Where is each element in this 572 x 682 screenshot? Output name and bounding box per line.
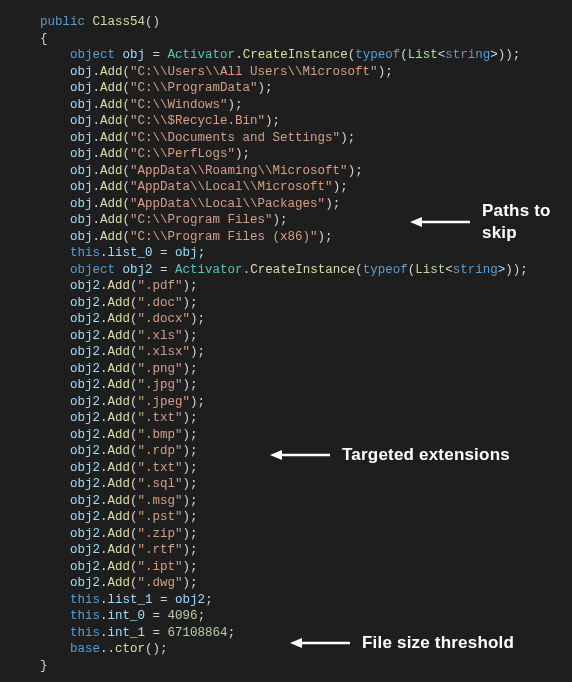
code-line: obj.Add("C:\\Windows");: [40, 97, 572, 114]
code-line: obj2.Add(".rtf");: [40, 542, 572, 559]
class-name: Class54: [93, 15, 146, 29]
code-line: obj.Add("C:\\Documents and Settings");: [40, 130, 572, 147]
code-line: obj.Add("AppData\\Local\\Microsoft");: [40, 179, 572, 196]
code-line: obj.Add("C:\\$Recycle.Bin");: [40, 113, 572, 130]
annotation-extensions: Targeted extensions: [270, 444, 510, 466]
code-line: obj2.Add(".sql");: [40, 476, 572, 493]
arrow-left-icon: [270, 449, 330, 461]
code-line: obj2.Add(".xls");: [40, 328, 572, 345]
keyword: public: [40, 15, 85, 29]
code-line: this.int_0 = 4096;: [40, 608, 572, 625]
code-line: obj2.Add(".msg");: [40, 493, 572, 510]
code-line: obj.Add("AppData\\Roaming\\Microsoft");: [40, 163, 572, 180]
annotation-filesize: File size threshold: [290, 632, 514, 654]
code-line: obj.Add("C:\\Users\\All Users\\Microsoft…: [40, 64, 572, 81]
svg-marker-5: [290, 638, 302, 648]
code-line: obj2.Add(".png");: [40, 361, 572, 378]
code-line: this.list_0 = obj;: [40, 245, 572, 262]
arrow-left-icon: [410, 216, 470, 228]
code-line: obj2.Add(".pdf");: [40, 278, 572, 295]
svg-marker-1: [410, 217, 422, 227]
arrow-left-icon: [290, 637, 350, 649]
code-line: obj2.Add(".doc");: [40, 295, 572, 312]
code-line: {: [40, 31, 572, 48]
code-line: }: [40, 658, 572, 675]
code-block: public Class54() { object obj = Activato…: [40, 14, 572, 674]
annotation-label: File size threshold: [362, 632, 514, 654]
annotation-label: Paths to skip: [482, 200, 572, 245]
code-line: obj2.Add(".pst");: [40, 509, 572, 526]
code-line: obj2.Add(".jpeg");: [40, 394, 572, 411]
code-line: object obj2 = Activator.CreateInstance(t…: [40, 262, 572, 279]
annotation-label: Targeted extensions: [342, 444, 510, 466]
code-line: obj2.Add(".dwg");: [40, 575, 572, 592]
code-line: object obj = Activator.CreateInstance(ty…: [40, 47, 572, 64]
annotation-paths: Paths to skip: [410, 200, 572, 245]
code-line: obj2.Add(".txt");: [40, 410, 572, 427]
svg-marker-3: [270, 450, 282, 460]
code-line: obj2.Add(".zip");: [40, 526, 572, 543]
code-line: obj.Add("C:\\ProgramData");: [40, 80, 572, 97]
code-line: this.list_1 = obj2;: [40, 592, 572, 609]
code-line: obj2.Add(".jpg");: [40, 377, 572, 394]
code-line: obj2.Add(".docx");: [40, 311, 572, 328]
code-line: obj.Add("C:\\PerfLogs");: [40, 146, 572, 163]
code-line: obj2.Add(".bmp");: [40, 427, 572, 444]
code-line: public Class54(): [40, 14, 572, 31]
code-line: obj2.Add(".ipt");: [40, 559, 572, 576]
code-line: obj2.Add(".xlsx");: [40, 344, 572, 361]
